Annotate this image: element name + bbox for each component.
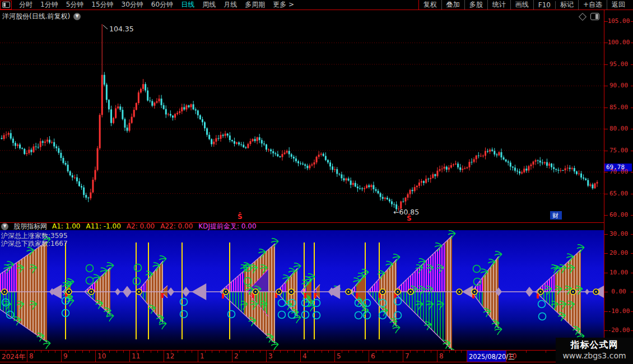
window-layout-button[interactable] [0, 1, 12, 10]
month-cell-10[interactable]: 10 [95, 351, 129, 362]
month-cell-8[interactable]: 8 [27, 351, 61, 362]
split-panel-icon[interactable] [590, 13, 599, 20]
axis-tick [287, 351, 288, 353]
axis-tick [461, 351, 462, 353]
menu-tool-画线[interactable]: 画线 [511, 0, 534, 10]
indicator-header: ▼ 股朋指标网 A1: 1.00A11: -1.00A2: 0.00A22: 0… [1, 223, 604, 230]
svg-text:Ŝ: Ŝ [407, 214, 412, 222]
axis-tick [410, 351, 411, 353]
menu-tool-+自选[interactable]: +自选 [579, 0, 607, 10]
menu-period-1分钟[interactable]: 1分钟 [36, 0, 62, 10]
watermark-title: 指标公式网 [556, 339, 633, 351]
axis-tick [631, 21, 633, 22]
month-cell-3[interactable]: 3 [266, 351, 300, 362]
chart-title-row: 洋河股份(日线.前复权) ▼ [2, 12, 81, 21]
month-label: 4 [302, 352, 307, 360]
top-menu-bar: 分时1分钟5分钟15分钟30分钟60分钟日线周线月线多周期更多 > 复权叠加多股… [0, 0, 633, 10]
menu-period-多周期[interactable]: 多周期 [241, 0, 269, 10]
axis-tick [253, 351, 254, 353]
month-cell-7[interactable]: 7 [403, 351, 437, 362]
axis-tick [212, 351, 212, 353]
month-label: 3 [268, 352, 273, 360]
axis-tick [21, 351, 22, 353]
axis-tick [280, 351, 281, 353]
axis-tick [604, 253, 608, 254]
axis-tick [604, 194, 608, 194]
chart-corner-icons [580, 13, 599, 20]
price-label: 70.00 [604, 168, 633, 175]
menu-tool-叠加[interactable]: 叠加 [442, 0, 465, 10]
axis-tick [246, 351, 246, 353]
month-cell-8[interactable]: 8 [437, 351, 467, 362]
month-label: 10 [508, 352, 516, 360]
axis-tick [157, 351, 158, 353]
menu-period-15分钟[interactable]: 15分钟 [87, 0, 117, 10]
month-cell-9[interactable]: 9 [61, 351, 95, 362]
axis-tick [273, 351, 274, 353]
axis-tick [604, 273, 608, 273]
price-label: 85.00 [604, 104, 633, 111]
axis-tick [604, 215, 608, 216]
axis-tick [294, 351, 295, 353]
menu-tool-返回[interactable]: 返回 [607, 0, 630, 10]
indicator-scale-label: -10.00 [604, 307, 633, 315]
menu-tool-复权[interactable]: 复权 [419, 0, 442, 10]
menu-period-日线[interactable]: 日线 [177, 0, 198, 10]
menu-period-更多 >[interactable]: 更多 > [269, 0, 298, 10]
diamond-icon[interactable] [579, 12, 587, 20]
selected-date-cell[interactable]: 2025/08/20/三 [467, 351, 506, 362]
menu-period-月线[interactable]: 月线 [220, 0, 241, 10]
month-cell-5[interactable]: 5 [334, 351, 369, 362]
axis-tick [631, 215, 633, 216]
price-label: 65.00 [604, 190, 633, 197]
indicator-scale-label: 0.00 [604, 288, 633, 295]
month-cell-1[interactable]: 1 [198, 351, 232, 362]
chevron-down-icon[interactable]: ▼ [73, 13, 81, 20]
axis-tick [6, 351, 6, 353]
decliners-count: 沪深总下跌家数:1667 [1, 239, 68, 249]
menu-period-60分钟[interactable]: 60分钟 [147, 0, 177, 10]
axis-tick [631, 43, 633, 43]
axis-tick [604, 86, 608, 86]
collapse-indicator-icon[interactable]: ▼ [1, 223, 8, 230]
month-cell-4[interactable]: 4 [300, 351, 334, 362]
month-label: 6 [371, 352, 375, 360]
price-label: 75.00 [604, 147, 633, 154]
month-label: 5 [337, 352, 341, 360]
axis-tick [16, 351, 17, 353]
menu-period-5分钟[interactable]: 5分钟 [62, 0, 88, 10]
axis-tick [604, 172, 608, 172]
axis-tick [383, 351, 383, 353]
indicator-panel[interactable]: 沪深总上涨家数:3595 沪深总下跌家数:1667 [0, 230, 604, 350]
axis-tick [109, 351, 110, 353]
candlestick-chart[interactable]: 104.35←60.85ŜŜ财 [0, 10, 604, 222]
axis-tick [260, 351, 260, 353]
month-cell-11[interactable]: 11 [129, 351, 164, 362]
menu-period-分时[interactable]: 分时 [15, 0, 36, 10]
menu-tool-F10[interactable]: F10 [534, 1, 556, 9]
menu-tool-统计[interactable]: 统计 [488, 0, 511, 10]
svg-text:104.35: 104.35 [109, 25, 134, 33]
axis-tick [55, 351, 55, 353]
axis-tick [631, 64, 633, 65]
price-label: 100.00 [604, 39, 633, 46]
axis-tick [342, 351, 342, 353]
axis-tick [314, 351, 315, 353]
axis-tick [143, 351, 144, 353]
axis-tick [356, 351, 356, 353]
indicator-scale-label: -20.00 [604, 326, 633, 334]
time-axis[interactable]: 2024年89101112123456782025/08/20/三10 [0, 350, 604, 362]
month-label: 12 [166, 352, 174, 360]
price-axis[interactable]: 69.78 105.00100.0095.0090.0085.0080.0075… [604, 10, 633, 364]
axis-tick [151, 351, 151, 353]
menu-tool-标记[interactable]: 标记 [556, 0, 579, 10]
month-cell-12[interactable]: 12 [164, 351, 198, 362]
month-cell-2024年[interactable]: 2024年 [0, 351, 27, 362]
axis-tick [631, 129, 633, 129]
month-cell-6[interactable]: 6 [369, 351, 403, 362]
menu-tool-多股[interactable]: 多股 [465, 0, 488, 10]
month-cell-2[interactable]: 2 [232, 351, 266, 362]
menu-period-周线[interactable]: 周线 [198, 0, 220, 10]
indicator-param: A2: 0.00 [127, 222, 155, 230]
menu-period-30分钟[interactable]: 30分钟 [118, 0, 147, 10]
